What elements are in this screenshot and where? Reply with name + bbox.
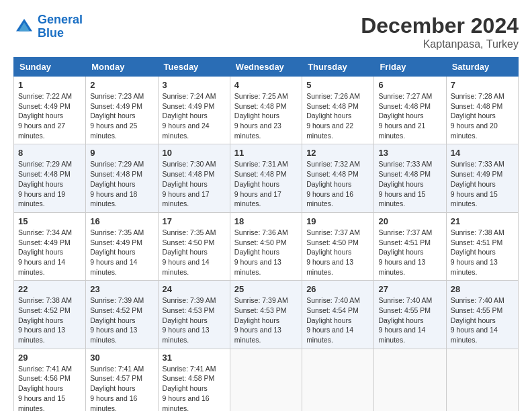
day-number: 1	[18, 80, 81, 90]
day-number: 11	[234, 148, 298, 158]
calendar-cell: 3 Sunrise: 7:24 AM Sunset: 4:49 PM Dayli…	[158, 77, 230, 144]
day-info: Sunrise: 7:37 AM Sunset: 4:51 PM Dayligh…	[378, 228, 441, 277]
day-info: Sunrise: 7:30 AM Sunset: 4:48 PM Dayligh…	[163, 159, 226, 208]
day-info: Sunrise: 7:31 AM Sunset: 4:48 PM Dayligh…	[234, 159, 298, 208]
calendar-cell: 15 Sunrise: 7:34 AM Sunset: 4:49 PM Dayl…	[14, 212, 86, 280]
calendar-day-header: Sunday	[14, 58, 86, 77]
day-info: Sunrise: 7:28 AM Sunset: 4:48 PM Dayligh…	[451, 91, 514, 140]
location: Kaptanpasa, Turkey	[361, 38, 519, 50]
calendar-cell: 7 Sunrise: 7:28 AM Sunset: 4:48 PM Dayli…	[446, 77, 518, 144]
calendar-cell: 5 Sunrise: 7:26 AM Sunset: 4:48 PM Dayli…	[302, 77, 374, 144]
calendar-cell: 4 Sunrise: 7:25 AM Sunset: 4:48 PM Dayli…	[230, 77, 302, 144]
calendar-cell	[230, 349, 302, 411]
day-number: 31	[163, 353, 226, 363]
calendar-cell: 19 Sunrise: 7:37 AM Sunset: 4:50 PM Dayl…	[302, 212, 374, 280]
day-number: 30	[90, 353, 153, 363]
day-number: 4	[234, 80, 298, 90]
day-number: 25	[234, 284, 298, 294]
day-info: Sunrise: 7:35 AM Sunset: 4:49 PM Dayligh…	[90, 228, 153, 277]
calendar-day-header: Saturday	[446, 58, 518, 77]
calendar-cell: 17 Sunrise: 7:35 AM Sunset: 4:50 PM Dayl…	[158, 212, 230, 280]
calendar-cell: 23 Sunrise: 7:39 AM Sunset: 4:52 PM Dayl…	[86, 281, 158, 349]
calendar-cell: 21 Sunrise: 7:38 AM Sunset: 4:51 PM Dayl…	[446, 212, 518, 280]
logo-text: General Blue	[38, 13, 83, 40]
day-info: Sunrise: 7:27 AM Sunset: 4:48 PM Dayligh…	[378, 91, 441, 140]
logo-icon	[13, 16, 35, 38]
day-info: Sunrise: 7:34 AM Sunset: 4:49 PM Dayligh…	[18, 228, 81, 277]
day-number: 15	[18, 216, 81, 226]
calendar-day-header: Thursday	[302, 58, 374, 77]
calendar-week-row: 15 Sunrise: 7:34 AM Sunset: 4:49 PM Dayl…	[14, 212, 519, 280]
day-info: Sunrise: 7:38 AM Sunset: 4:51 PM Dayligh…	[451, 228, 514, 277]
day-number: 21	[451, 216, 514, 226]
day-info: Sunrise: 7:29 AM Sunset: 4:48 PM Dayligh…	[90, 159, 153, 208]
calendar-day-header: Friday	[374, 58, 446, 77]
calendar-cell: 20 Sunrise: 7:37 AM Sunset: 4:51 PM Dayl…	[374, 212, 446, 280]
calendar-cell: 24 Sunrise: 7:39 AM Sunset: 4:53 PM Dayl…	[158, 281, 230, 349]
calendar-cell: 11 Sunrise: 7:31 AM Sunset: 4:48 PM Dayl…	[230, 144, 302, 212]
calendar-week-row: 1 Sunrise: 7:22 AM Sunset: 4:49 PM Dayli…	[14, 77, 519, 144]
day-number: 16	[90, 216, 153, 226]
day-number: 12	[306, 148, 369, 158]
day-number: 28	[451, 284, 514, 294]
day-info: Sunrise: 7:39 AM Sunset: 4:52 PM Dayligh…	[90, 295, 153, 345]
calendar-cell: 28 Sunrise: 7:40 AM Sunset: 4:55 PM Dayl…	[446, 281, 518, 349]
calendar-cell: 8 Sunrise: 7:29 AM Sunset: 4:48 PM Dayli…	[14, 144, 86, 212]
calendar-week-row: 29 Sunrise: 7:41 AM Sunset: 4:56 PM Dayl…	[14, 349, 519, 411]
day-number: 20	[378, 216, 441, 226]
day-number: 5	[306, 80, 369, 90]
day-info: Sunrise: 7:23 AM Sunset: 4:49 PM Dayligh…	[90, 91, 153, 140]
day-info: Sunrise: 7:35 AM Sunset: 4:50 PM Dayligh…	[163, 228, 226, 277]
title-block: December 2024 Kaptanpasa, Turkey	[361, 13, 519, 50]
calendar-header-row: SundayMondayTuesdayWednesdayThursdayFrid…	[14, 58, 519, 77]
calendar-cell	[374, 349, 446, 411]
calendar-table: SundayMondayTuesdayWednesdayThursdayFrid…	[13, 57, 519, 411]
day-info: Sunrise: 7:29 AM Sunset: 4:48 PM Dayligh…	[18, 159, 81, 208]
day-info: Sunrise: 7:41 AM Sunset: 4:57 PM Dayligh…	[90, 364, 153, 411]
day-info: Sunrise: 7:22 AM Sunset: 4:49 PM Dayligh…	[18, 91, 81, 140]
calendar-day-header: Tuesday	[158, 58, 230, 77]
calendar-cell: 31 Sunrise: 7:41 AM Sunset: 4:58 PM Dayl…	[158, 349, 230, 411]
day-info: Sunrise: 7:26 AM Sunset: 4:48 PM Dayligh…	[306, 91, 369, 140]
calendar-cell: 18 Sunrise: 7:36 AM Sunset: 4:50 PM Dayl…	[230, 212, 302, 280]
day-number: 23	[90, 284, 153, 294]
day-number: 18	[234, 216, 298, 226]
logo: General Blue	[13, 13, 83, 40]
day-info: Sunrise: 7:24 AM Sunset: 4:49 PM Dayligh…	[163, 91, 226, 140]
day-number: 29	[18, 353, 81, 363]
day-info: Sunrise: 7:41 AM Sunset: 4:56 PM Dayligh…	[18, 364, 81, 411]
calendar-cell: 13 Sunrise: 7:33 AM Sunset: 4:48 PM Dayl…	[374, 144, 446, 212]
calendar-cell	[446, 349, 518, 411]
calendar-cell: 22 Sunrise: 7:38 AM Sunset: 4:52 PM Dayl…	[14, 281, 86, 349]
calendar-day-header: Monday	[86, 58, 158, 77]
calendar-cell: 14 Sunrise: 7:33 AM Sunset: 4:49 PM Dayl…	[446, 144, 518, 212]
day-info: Sunrise: 7:39 AM Sunset: 4:53 PM Dayligh…	[163, 295, 226, 345]
calendar-cell: 27 Sunrise: 7:40 AM Sunset: 4:55 PM Dayl…	[374, 281, 446, 349]
day-number: 22	[18, 284, 81, 294]
day-number: 8	[18, 148, 81, 158]
month-year: December 2024	[361, 13, 519, 38]
day-number: 27	[378, 284, 441, 294]
day-info: Sunrise: 7:32 AM Sunset: 4:48 PM Dayligh…	[306, 159, 369, 208]
calendar-cell: 30 Sunrise: 7:41 AM Sunset: 4:57 PM Dayl…	[86, 349, 158, 411]
day-number: 7	[451, 80, 514, 90]
calendar-cell: 16 Sunrise: 7:35 AM Sunset: 4:49 PM Dayl…	[86, 212, 158, 280]
page-header: General Blue December 2024 Kaptanpasa, T…	[13, 13, 519, 50]
day-info: Sunrise: 7:40 AM Sunset: 4:55 PM Dayligh…	[451, 295, 514, 345]
day-number: 19	[306, 216, 369, 226]
calendar-cell: 12 Sunrise: 7:32 AM Sunset: 4:48 PM Dayl…	[302, 144, 374, 212]
day-info: Sunrise: 7:37 AM Sunset: 4:50 PM Dayligh…	[306, 228, 369, 277]
day-info: Sunrise: 7:33 AM Sunset: 4:48 PM Dayligh…	[378, 159, 441, 208]
day-info: Sunrise: 7:36 AM Sunset: 4:50 PM Dayligh…	[234, 228, 298, 277]
calendar-cell: 1 Sunrise: 7:22 AM Sunset: 4:49 PM Dayli…	[14, 77, 86, 144]
day-number: 24	[163, 284, 226, 294]
calendar-cell: 29 Sunrise: 7:41 AM Sunset: 4:56 PM Dayl…	[14, 349, 86, 411]
day-number: 2	[90, 80, 153, 90]
day-number: 3	[163, 80, 226, 90]
day-info: Sunrise: 7:25 AM Sunset: 4:48 PM Dayligh…	[234, 91, 298, 140]
calendar-cell	[302, 349, 374, 411]
calendar-cell: 2 Sunrise: 7:23 AM Sunset: 4:49 PM Dayli…	[86, 77, 158, 144]
calendar-cell: 25 Sunrise: 7:39 AM Sunset: 4:53 PM Dayl…	[230, 281, 302, 349]
calendar-cell: 10 Sunrise: 7:30 AM Sunset: 4:48 PM Dayl…	[158, 144, 230, 212]
calendar-cell: 26 Sunrise: 7:40 AM Sunset: 4:54 PM Dayl…	[302, 281, 374, 349]
